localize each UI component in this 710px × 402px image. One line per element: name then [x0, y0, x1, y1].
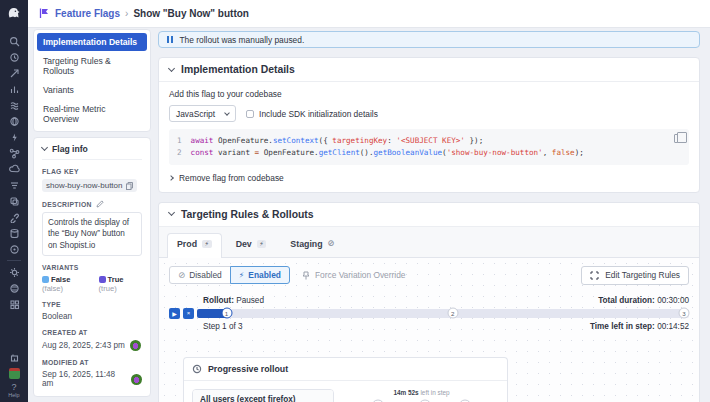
targeting-rules-title: Targeting Rules & Rollouts [181, 209, 314, 220]
variant-true-swatch [99, 276, 106, 283]
variant-true: True (true) [99, 275, 142, 293]
logs-icon[interactable] [0, 177, 28, 193]
security-icon[interactable] [0, 264, 28, 280]
modified-at-label: MODIFIED AT [42, 359, 142, 366]
targeting-rules-header[interactable]: Targeting Rules & Rollouts [159, 203, 699, 227]
language-select[interactable]: JavaScript [169, 105, 236, 122]
flag-key-chip[interactable]: show-buy-now-button [42, 179, 137, 192]
send-icon[interactable] [0, 65, 28, 81]
edit-pencil-icon[interactable] [96, 200, 104, 208]
expand-icon [590, 271, 599, 280]
enabled-toggle-group: ⊘ Disabled ⚡ Enabled [169, 266, 290, 284]
remove-flag-label: Remove flag from codebase [179, 173, 284, 183]
pause-icon [167, 36, 173, 43]
language-select-value: JavaScript [176, 109, 215, 119]
tab-staging-label: Staging [290, 239, 322, 249]
dashboards-icon[interactable] [0, 81, 28, 97]
description-value: Controls the display of the “Buy Now” bu… [42, 212, 142, 256]
paused-banner-text: The rollout was manually paused. [180, 35, 305, 45]
force-variation-label: Force Variation Override [315, 270, 406, 280]
rail-divider [7, 260, 21, 261]
rollout-section: Rollout: Paused Total duration: 00:30:00… [169, 296, 689, 331]
search-icon[interactable] [0, 33, 28, 49]
remove-flag-link[interactable]: Remove flag from codebase [169, 173, 689, 183]
flag-key-value: show-buy-now-button [46, 181, 122, 190]
rollout-total-duration: Total duration: 00:30:00 [598, 296, 689, 305]
chevron-down-icon [168, 209, 175, 216]
variants-row: False (false) True (true) [42, 275, 142, 293]
chevron-down-icon [41, 144, 48, 151]
progressive-clock-icon [192, 364, 202, 374]
main-content: The rollout was manually paused. Impleme… [158, 31, 700, 402]
creator-avatar[interactable] [130, 340, 141, 351]
enabled-bolt-icon: ⚡ [239, 271, 245, 280]
pin-icon [302, 271, 310, 280]
help-button[interactable]: ? Help [8, 382, 19, 398]
nav-item-targeting-rules[interactable]: Targeting Rules & Rollouts [37, 52, 147, 80]
organization-icon[interactable] [0, 349, 28, 365]
created-at-value: Aug 28, 2025, 2:43 pm [42, 341, 125, 350]
tab-prod[interactable]: Prod ⚡ [167, 233, 222, 258]
modifier-avatar[interactable] [131, 374, 142, 385]
network-icon[interactable] [0, 145, 28, 161]
tab-dev[interactable]: Dev ⚡ [226, 233, 277, 257]
feature-flags-icon [38, 7, 50, 21]
rum-icon[interactable] [0, 193, 28, 209]
copy-code-icon[interactable] [674, 134, 682, 143]
page-title: Show "Buy Now" button [133, 8, 249, 19]
tab-prod-label: Prod [177, 239, 197, 249]
apm-icon[interactable] [0, 97, 28, 113]
datadog-logo[interactable] [6, 5, 22, 23]
sdk-checkbox-label: Include SDK initialization details [259, 109, 378, 119]
variants-label: VARIANTS [42, 264, 142, 271]
variant-false-swatch [42, 276, 49, 283]
chevron-down-icon [224, 110, 230, 116]
stop-rollout-button[interactable]: × [183, 308, 194, 319]
disabled-slash-icon: ⊘ [178, 271, 185, 280]
copy-icon[interactable] [126, 182, 133, 190]
type-label: TYPE [42, 301, 142, 308]
sdk-checkbox-row[interactable]: Include SDK initialization details [246, 109, 378, 119]
tab-staging[interactable]: Staging ⊘ [280, 233, 344, 257]
audience-card: All users (except firefox) IF browserNam… [192, 389, 334, 402]
history-icon[interactable] [0, 49, 28, 65]
nav-item-variants[interactable]: Variants [37, 81, 147, 99]
app-rail: ? Help [0, 0, 28, 402]
flag-info-card: Flag info FLAG KEY show-buy-now-button D… [33, 137, 151, 397]
flag-nav: Implementation Details Targeting Rules &… [33, 29, 151, 132]
ci-cd-icon[interactable] [0, 161, 28, 177]
resume-rollout-button[interactable]: ▶ [169, 308, 180, 319]
tab-dev-label: Dev [236, 239, 252, 249]
rollout-step-text: Step 1 of 3 [203, 322, 243, 331]
rollout-marker-1: 1 [221, 308, 232, 319]
modified-at-row: Sep 16, 2025, 11:48 am [42, 370, 142, 388]
actions-icon[interactable] [0, 129, 28, 145]
disabled-label: Disabled [189, 270, 222, 280]
rollout-progress-bar[interactable]: 1 2 3 [197, 309, 689, 318]
edit-targeting-rules-button[interactable]: Edit Targeting Rules [581, 266, 689, 285]
left-panel: Implementation Details Targeting Rules &… [33, 29, 151, 397]
help-label: Help [8, 392, 19, 398]
implementation-details-title: Implementation Details [181, 64, 295, 75]
bits-ai-icon[interactable] [9, 368, 20, 379]
synthetics-icon[interactable] [0, 280, 28, 296]
infrastructure-icon[interactable] [0, 113, 28, 129]
help-question-mark: ? [11, 382, 16, 392]
implementation-details-header[interactable]: Implementation Details [159, 58, 699, 82]
breadcrumb-section-link[interactable]: Feature Flags [55, 8, 120, 19]
database-icon[interactable] [0, 225, 28, 241]
nav-item-metric-overview[interactable]: Real-time Metric Overview [37, 100, 147, 128]
top-bar: Feature Flags › Show "Buy Now" button [28, 0, 710, 28]
sdk-checkbox[interactable] [246, 110, 254, 118]
targeting-rules-card: Targeting Rules & Rollouts Prod ⚡ Dev ⚡ … [158, 202, 700, 402]
nav-item-implementation-details[interactable]: Implementation Details [37, 33, 147, 51]
enabled-label: Enabled [248, 270, 281, 280]
flag-info-header[interactable]: Flag info [42, 144, 142, 160]
apps-icon[interactable] [0, 296, 28, 312]
monitors-icon[interactable] [0, 241, 28, 257]
disabled-toggle-button[interactable]: ⊘ Disabled [169, 266, 231, 284]
created-at-row: Aug 28, 2025, 2:43 pm [42, 340, 142, 351]
enabled-toggle-button[interactable]: ⚡ Enabled [230, 266, 290, 284]
force-variation-override[interactable]: Force Variation Override [302, 270, 406, 280]
integrations-icon[interactable] [0, 209, 28, 225]
